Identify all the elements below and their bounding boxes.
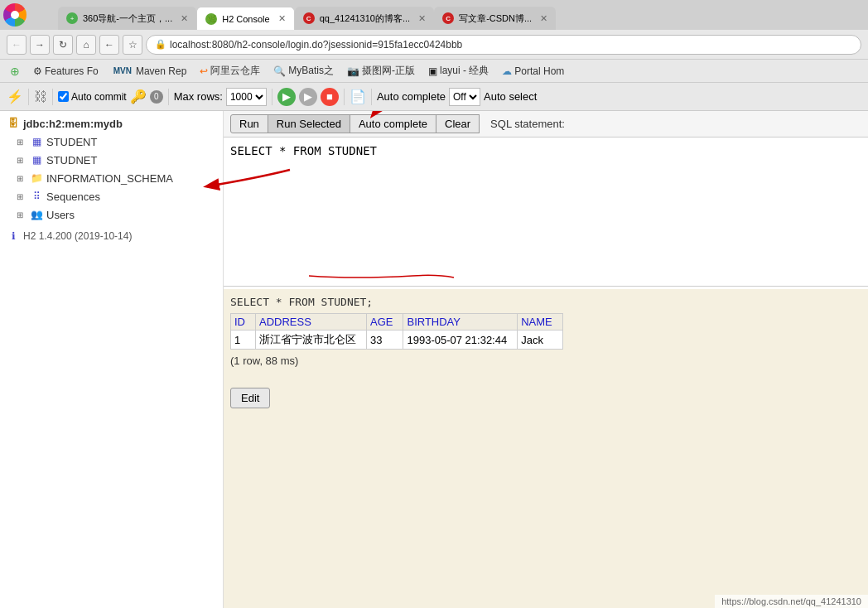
bookmark-aliyun[interactable]: ↩ 阿里云仓库 [196, 62, 263, 80]
sidebar-studnet-label: STUDNET [46, 154, 97, 166]
home-button[interactable]: ⌂ [76, 35, 96, 55]
sep2 [52, 89, 53, 105]
auto-commit-label: Auto commit [71, 91, 127, 103]
forward-button[interactable]: → [30, 35, 50, 55]
edit-button[interactable]: Edit [230, 388, 270, 408]
sidebar: 🗄 jdbc:h2:mem:mydb ⊞ ▦ STUDENT ⊞ ▦ STUDN… [0, 111, 224, 608]
bookmark-label-5: layui - 经典 [440, 64, 489, 78]
tab-icon-h2: 🌿 [205, 13, 217, 25]
results-area: SELECT * FROM STUDNET; ID ADDRESS AGE BI… [224, 289, 868, 608]
sep1 [28, 89, 29, 105]
sql-editor[interactable] [224, 138, 868, 287]
run-button-green[interactable]: ▶ [277, 88, 296, 106]
clear-button[interactable]: Clear [436, 114, 480, 133]
arrow-icon: ⚡ [7, 89, 23, 104]
cell-name: Jack [518, 331, 563, 350]
run-sql-button[interactable]: Run [230, 114, 268, 133]
tab-title-360: 360导航-一个主页，... [83, 12, 172, 25]
expand-icon-info: ⊞ [17, 174, 27, 183]
db-icon: 🗄 [7, 117, 20, 130]
zero-badge: 0 [150, 90, 163, 104]
back-button2[interactable]: ← [99, 35, 119, 55]
sep4 [272, 89, 272, 105]
mybatis-icon: 🔍 [273, 65, 286, 77]
status-bar: https://blog.csdn.net/qq_41241310 [715, 595, 868, 608]
bookmark-portal[interactable]: ☁ Portal Hom [499, 64, 567, 79]
sidebar-version: ℹ H2 1.4.200 (2019-10-14) [0, 227, 223, 245]
bookmark-label-6: Portal Hom [514, 65, 564, 77]
col-age: AGE [367, 314, 403, 331]
tab-close-h2[interactable]: ✕ [278, 13, 286, 24]
browser-logo [3, 3, 27, 27]
app-toolbar: ⚡ ⛓ Auto commit 🔑 0 Max rows: 1000 ▶ ▶ ■… [0, 83, 868, 111]
sidebar-info-schema[interactable]: ⊞ 📁 INFORMATION_SCHEMA [0, 169, 223, 187]
cell-birthday: 1993-05-07 21:32:44 [403, 331, 518, 350]
tab-title-csdn2: 写文章-CSDN博... [459, 12, 532, 25]
sidebar-studnet[interactable]: ⊞ ▦ STUDNET [0, 151, 223, 169]
sql-toolbar: Run Run Selected Auto complete Clear SQL… [224, 111, 868, 138]
auto-complete-button[interactable]: Auto complete [350, 114, 436, 133]
bookmark-label-3: MyBatis之 [288, 64, 334, 78]
info-icon: ℹ [7, 229, 20, 243]
link-icon: ⛓ [34, 89, 47, 104]
bookmarks-bar: ⊕ ⚙ Features Fo MVN Maven Rep ↩ 阿里云仓库 🔍 … [0, 60, 868, 83]
bookmark-mybatis[interactable]: 🔍 MyBatis之 [270, 62, 337, 80]
auto-commit-checkbox[interactable] [58, 91, 69, 102]
tab-csdn2[interactable]: C 写文章-CSDN博... ✕ [434, 7, 556, 30]
bookmark-shetutu[interactable]: 📷 摄图网-正版 [344, 62, 418, 80]
back-button[interactable]: ← [7, 35, 27, 55]
results-table: ID ADDRESS AGE BIRTHDAY NAME 1 浙江省宁波市北仑区… [230, 313, 563, 350]
auto-complete-select[interactable]: Off [449, 88, 480, 106]
expand-icon-seq: ⊞ [17, 192, 27, 201]
max-rows-select[interactable]: 1000 [226, 88, 267, 106]
table-row: 1 浙江省宁波市北仑区 33 1993-05-07 21:32:44 Jack [231, 331, 563, 350]
col-address: ADDRESS [256, 314, 367, 331]
layui-icon: ▣ [428, 65, 437, 77]
auto-complete-toolbar-label: Auto complete [377, 90, 446, 103]
sidebar-users-label: Users [46, 209, 75, 221]
auto-select-label: Auto select [484, 90, 537, 103]
plus-icon: ⊕ [10, 65, 20, 78]
tab-csdn1[interactable]: C qq_41241310的博客... ✕ [295, 7, 434, 30]
bookmark-layui[interactable]: ▣ layui - 经典 [425, 62, 492, 80]
tab-title-csdn1: qq_41241310的博客... [320, 12, 410, 25]
star-button[interactable]: ☆ [123, 35, 142, 55]
cell-address: 浙江省宁波市北仑区 [256, 331, 367, 350]
address-bar[interactable]: 🔒 localhost:8080/h2-console/login.do?jse… [146, 35, 861, 55]
sep6 [371, 89, 372, 105]
tab-360[interactable]: + 360导航-一个主页，... ✕ [58, 7, 196, 30]
sidebar-info-label: INFORMATION_SCHEMA [46, 172, 173, 185]
bookmark-maven[interactable]: MVN Maven Rep [108, 64, 190, 79]
refresh-button[interactable]: ↻ [53, 35, 73, 55]
sidebar-student[interactable]: ⊞ ▦ STUDENT [0, 133, 223, 151]
run-button2[interactable]: ▶ [299, 88, 317, 106]
stop-button[interactable]: ■ [321, 88, 339, 106]
sql-editor-container [224, 138, 868, 289]
cloud-icon: ☁ [502, 65, 512, 77]
cell-age: 33 [367, 331, 403, 350]
run-selected-button[interactable]: Run Selected [268, 114, 350, 133]
bookmark-github[interactable]: ⚙ Features Fo [30, 64, 102, 79]
table-icon-studnet: ▦ [30, 153, 43, 166]
col-id: ID [231, 314, 256, 331]
lock-icon: 🔒 [155, 39, 166, 50]
status-text: https://blog.csdn.net/qq_41241310 [721, 596, 861, 606]
tab-bar: + 360导航-一个主页，... ✕ 🌿 H2 Console ✕ C qq_4… [0, 0, 868, 30]
tab-close-csdn2[interactable]: ✕ [540, 13, 547, 24]
folder-icon-info: 📁 [30, 171, 43, 185]
max-rows-label: Max rows: [174, 90, 223, 103]
tab-title-h2: H2 Console [222, 14, 269, 24]
col-name: NAME [518, 314, 563, 331]
tab-close-csdn1[interactable]: ✕ [418, 13, 426, 24]
sidebar-db-root[interactable]: 🗄 jdbc:h2:mem:mydb [0, 114, 223, 133]
bookmark-add[interactable]: ⊕ [7, 63, 23, 80]
seq-icon: ⠿ [30, 190, 43, 203]
maven-icon: MVN [112, 65, 133, 76]
sidebar-users[interactable]: ⊞ 👥 Users [0, 205, 223, 224]
sidebar-sequences[interactable]: ⊞ ⠿ Sequences [0, 187, 223, 205]
results-info: (1 row, 88 ms) [230, 355, 861, 367]
tab-h2[interactable]: 🌿 H2 Console ✕ [196, 7, 294, 30]
bookmark-label-1: Maven Rep [136, 65, 186, 77]
aliyun-icon: ↩ [200, 65, 208, 77]
tab-close-360[interactable]: ✕ [181, 13, 188, 24]
